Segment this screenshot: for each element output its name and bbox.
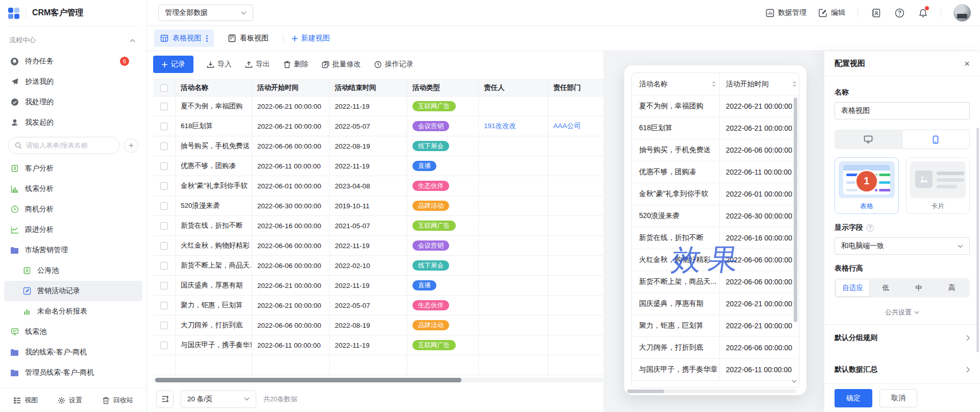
owner-link[interactable] bbox=[479, 216, 548, 235]
table-row[interactable]: 大刀阔斧，打折到底 2022-06-06 00:00:00 2022-08-19… bbox=[153, 316, 603, 335]
select-all-checkbox[interactable] bbox=[160, 84, 168, 92]
contacts-button[interactable] bbox=[870, 7, 881, 18]
scroll-down-icon[interactable] bbox=[792, 380, 797, 383]
owner-link[interactable] bbox=[479, 316, 548, 335]
row-checkbox[interactable] bbox=[160, 142, 168, 150]
preview-vertical-scrollbar[interactable] bbox=[794, 98, 797, 322]
sidebar-item-admin-leads-customers[interactable]: 管理员线索-客户-商机 bbox=[0, 362, 146, 383]
dept-link[interactable] bbox=[548, 176, 603, 196]
row-height-high[interactable]: 高 bbox=[935, 280, 968, 296]
table-row[interactable]: 聚力，钜惠，巨划算 2022-06-21 00:00:00 2022-05-07… bbox=[153, 296, 603, 316]
preview-row[interactable]: 618巨划算 2022-06-21 00:00:00 bbox=[632, 117, 799, 139]
default-data-summary-row[interactable]: 默认数据汇总 bbox=[835, 356, 970, 383]
scrollbar-thumb[interactable] bbox=[155, 378, 461, 382]
search-input[interactable]: 请输入表单/报表名称 bbox=[8, 137, 120, 154]
dept-link[interactable] bbox=[548, 256, 603, 275]
owner-link[interactable] bbox=[479, 256, 548, 275]
table-row[interactable]: 520浪漫来袭 2022-06-30 00:00:00 2019-10-11 品… bbox=[153, 196, 603, 216]
help-icon[interactable]: ? bbox=[866, 224, 874, 232]
sidebar-item-my-leads-customers[interactable]: 我的线索-客户-商机 bbox=[0, 342, 146, 362]
sidebar-item-todo-tasks[interactable]: 待办任务 6 bbox=[0, 51, 146, 71]
owner-link[interactable] bbox=[479, 196, 548, 215]
owner-link[interactable] bbox=[479, 176, 548, 196]
confirm-button[interactable]: 确定 bbox=[835, 389, 872, 407]
sidebar-item-customer-analysis[interactable]: 客户分析 bbox=[0, 158, 146, 179]
data-manage-button[interactable]: 数据管理 bbox=[766, 8, 806, 17]
table-row[interactable]: 优惠不够，团购凑 2022-06-11 00:00:00 2022-11-19 … bbox=[153, 156, 603, 176]
table-row[interactable]: 新货在线，折扣不断 2022-06-16 00:00:00 2021-05-07… bbox=[153, 216, 603, 236]
row-height-medium[interactable]: 中 bbox=[902, 280, 936, 296]
column-header[interactable]: 责任部门 bbox=[548, 80, 603, 96]
row-checkbox[interactable] bbox=[160, 282, 168, 289]
view-type-table-card[interactable]: 1 表格 bbox=[835, 157, 899, 214]
dept-link[interactable] bbox=[548, 296, 603, 315]
preview-row[interactable]: 金秋"豪"礼拿到你手软 2022-06-01 00:00:00 bbox=[632, 183, 799, 205]
owner-link[interactable] bbox=[479, 335, 548, 355]
sidebar-item-unnamed-report[interactable]: 未命名分析报表 bbox=[0, 301, 146, 322]
preview-column-header[interactable]: 活动开始时间 bbox=[720, 73, 799, 95]
add-record-button[interactable]: 记录 bbox=[153, 56, 193, 73]
common-settings-toggle[interactable]: 公共设置 bbox=[835, 308, 970, 317]
table-row[interactable]: 夏不为例，幸福团购 2022-06-21 00:00:00 2022-11-19… bbox=[153, 96, 603, 116]
help-button[interactable] bbox=[894, 7, 905, 18]
table-row[interactable]: 火红金秋，购物好精彩 2022-06-06 00:00:00 2022-11-1… bbox=[153, 236, 603, 256]
owner-link[interactable] bbox=[479, 276, 548, 295]
scrollbar-thumb[interactable] bbox=[627, 390, 664, 393]
close-icon[interactable]: × bbox=[964, 59, 970, 68]
row-checkbox[interactable] bbox=[160, 302, 168, 309]
owner-link[interactable] bbox=[479, 236, 548, 255]
sidebar-item-lead-analysis[interactable]: 线索分析 bbox=[0, 179, 146, 199]
dept-link[interactable] bbox=[548, 96, 603, 116]
import-button[interactable]: 导入 bbox=[207, 60, 232, 69]
table-row[interactable]: 618巨划算 2022-06-21 00:00:00 2022-05-07 会议… bbox=[153, 116, 603, 136]
owner-link[interactable] bbox=[479, 96, 548, 116]
preview-row[interactable]: 聚力，钜惠，巨划算 2022-06-21 00:00:00 bbox=[632, 315, 799, 337]
sidebar-item-started-by-me[interactable]: 我发起的 bbox=[0, 112, 146, 133]
table-horizontal-scrollbar[interactable] bbox=[153, 378, 603, 382]
sort-arrows-icon[interactable] bbox=[792, 81, 797, 87]
preview-row[interactable]: 与国庆甲子，携手奏华章 2022-06-11 00:00:00 bbox=[632, 359, 799, 381]
row-height-low[interactable]: 低 bbox=[869, 280, 902, 296]
row-density-button[interactable] bbox=[156, 391, 174, 408]
column-header[interactable]: 活动名称 bbox=[176, 80, 252, 96]
add-form-button[interactable]: + bbox=[124, 138, 138, 153]
views-button[interactable]: 视图 bbox=[13, 396, 38, 405]
row-checkbox[interactable] bbox=[160, 242, 168, 250]
sidebar-item-opportunity-analysis[interactable]: 商机分析 bbox=[0, 199, 146, 220]
dept-link[interactable] bbox=[548, 316, 603, 335]
dept-link[interactable] bbox=[548, 136, 603, 156]
desktop-toggle-option[interactable] bbox=[835, 130, 902, 149]
sidebar-item-marketing-activity-records[interactable]: 营销活动记录 bbox=[4, 281, 142, 301]
default-group-rule-row[interactable]: 默认分组规则 bbox=[835, 325, 970, 351]
sidebar-item-handled-by-me[interactable]: 我处理的 bbox=[0, 92, 146, 112]
sidebar-item-marketing-management[interactable]: 市场营销管理 bbox=[0, 240, 146, 260]
owner-link[interactable] bbox=[479, 136, 548, 156]
tab-menu-icon[interactable] bbox=[206, 35, 208, 42]
operation-log-button[interactable]: 操作记录 bbox=[374, 60, 413, 69]
table-row[interactable]: 金秋"豪"礼拿到你手软 2022-06-01 00:00:00 2023-04-… bbox=[153, 176, 603, 196]
display-field-select[interactable]: 和电脑端一致 bbox=[835, 237, 970, 255]
row-checkbox[interactable] bbox=[160, 103, 168, 110]
row-checkbox[interactable] bbox=[160, 322, 168, 329]
owner-link[interactable] bbox=[479, 296, 548, 315]
table-row[interactable]: 国庆盛典，厚惠有期 2022-06-21 00:00:00 2022-11-19… bbox=[153, 276, 603, 296]
mobile-toggle-option[interactable] bbox=[902, 130, 970, 149]
export-button[interactable]: 导出 bbox=[245, 60, 270, 69]
sidebar-item-followup-analysis[interactable]: 跟进分析 bbox=[0, 220, 146, 240]
row-checkbox[interactable] bbox=[160, 222, 168, 230]
sidebar-section-process-center[interactable]: 流程中心 bbox=[0, 30, 146, 51]
table-row[interactable]: 抽号购买，手机免费送 2022-06-06 00:00:00 2022-08-1… bbox=[153, 136, 603, 156]
new-view-button[interactable]: 新建视图 bbox=[291, 34, 330, 43]
table-row[interactable]: 与国庆甲子，携手奏华章 2022-06-11 00:00:00 2022-11-… bbox=[153, 335, 603, 355]
tab-kanban-view[interactable]: 看板视图 bbox=[222, 30, 275, 47]
dept-link[interactable]: AAA公司 bbox=[548, 116, 603, 136]
view-name-input[interactable] bbox=[835, 102, 970, 119]
dept-link[interactable] bbox=[548, 276, 603, 295]
preview-row[interactable]: 抽号购买，手机免费送 2022-06-06 00:00:00 bbox=[632, 139, 799, 161]
row-checkbox[interactable] bbox=[160, 182, 168, 190]
edit-button[interactable]: 编辑 bbox=[819, 8, 845, 17]
preview-row[interactable]: 火红金秋，购物好精彩 2022-06-06 00:00:00 bbox=[632, 249, 799, 271]
notifications-button[interactable] bbox=[917, 7, 928, 18]
preview-row[interactable]: 优惠不够，团购凑 2022-06-11 00:00:00 bbox=[632, 161, 799, 183]
dept-link[interactable] bbox=[548, 335, 603, 355]
